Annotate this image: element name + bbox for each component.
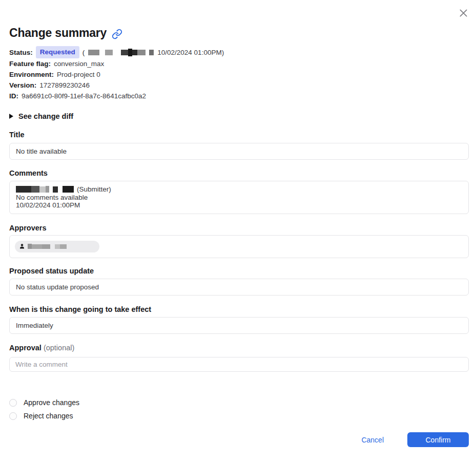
status-badge: Requested [36, 46, 79, 58]
feature-flag-value: conversion_max [54, 58, 104, 69]
chevron-right-icon [9, 114, 13, 119]
environment-value: Prod-project 0 [57, 69, 100, 80]
comment-timestamp: 10/02/2024 01:00PM [16, 201, 462, 209]
comments-box: (Submitter) No comments available 10/02/… [9, 181, 469, 214]
page-title-text: Change summary [9, 26, 107, 40]
proposed-status-box: No status update proposed [9, 279, 469, 296]
see-change-diff-toggle[interactable]: See change diff [9, 112, 73, 120]
approve-changes-radio[interactable]: Approve changes [9, 399, 469, 407]
close-icon [458, 8, 469, 18]
id-label: ID: [9, 91, 18, 101]
comment-author-line: (Submitter) [16, 185, 462, 194]
title-section-heading: Title [9, 131, 469, 139]
status-label: Status: [9, 47, 33, 58]
dialog-footer: Cancel Confirm [350, 432, 469, 447]
approval-optional-label: (optional) [44, 344, 74, 352]
environment-label: Environment: [9, 69, 54, 80]
version-label: Version: [9, 80, 36, 91]
id-value: 9a6691c0-80f9-11ef-8a7c-8641cafbc0a2 [22, 91, 146, 101]
effect-timing-heading: When is this change going to take effect [9, 305, 469, 314]
comments-section-heading: Comments [9, 169, 469, 178]
approve-changes-label: Approve changes [24, 399, 79, 407]
approval-heading: Approval (optional) [9, 344, 469, 352]
cancel-button[interactable]: Cancel [350, 434, 395, 446]
reject-changes-label: Reject changes [24, 412, 73, 420]
proposed-status-heading: Proposed status update [9, 267, 469, 276]
proposed-status-value: No status update proposed [16, 283, 99, 291]
reject-changes-radio[interactable]: Reject changes [9, 412, 469, 420]
see-change-diff-label: See change diff [18, 112, 73, 120]
feature-flag-label: Feature flag: [9, 58, 51, 69]
approvers-section-heading: Approvers [9, 224, 469, 233]
title-value-box: No title available [9, 143, 469, 160]
status-paren: ( [82, 47, 85, 58]
radio-circle-icon[interactable] [9, 412, 17, 420]
feature-flag-row: Feature flag: conversion_max [9, 58, 469, 69]
decision-radio-group: Approve changes Reject changes [9, 399, 469, 420]
approval-comment-input[interactable] [9, 357, 469, 372]
person-icon [19, 243, 25, 249]
approval-heading-text: Approval [9, 344, 42, 352]
confirm-button[interactable]: Confirm [407, 432, 469, 447]
close-button[interactable] [457, 6, 470, 19]
version-value: 1727899230246 [39, 80, 90, 91]
redacted-text [16, 186, 74, 193]
effect-timing-box: Immediately [9, 317, 469, 334]
comment-body: No comments available [16, 194, 462, 202]
effect-timing-value: Immediately [16, 322, 53, 329]
change-summary-modal: Change summary Status: Requested ( 10/02… [0, 0, 476, 464]
title-value: No title available [16, 147, 67, 155]
status-datetime: 10/02/2024 01:00PM) [157, 47, 224, 58]
status-row: Status: Requested ( 10/02/2024 01:00PM) [9, 46, 469, 58]
page-title: Change summary [9, 0, 469, 40]
redacted-text [88, 49, 154, 56]
link-icon[interactable] [112, 29, 122, 39]
approver-chip[interactable] [15, 241, 99, 252]
radio-circle-icon[interactable] [9, 399, 17, 407]
id-row: ID: 9a6691c0-80f9-11ef-8a7c-8641cafbc0a2 [9, 91, 469, 101]
redacted-text [28, 244, 67, 249]
approvers-box [9, 235, 469, 258]
version-row: Version: 1727899230246 [9, 80, 469, 91]
environment-row: Environment: Prod-project 0 [9, 69, 469, 80]
submitter-suffix: (Submitter) [77, 185, 111, 194]
metadata-list: Status: Requested ( 10/02/2024 01:00PM) … [9, 46, 469, 101]
